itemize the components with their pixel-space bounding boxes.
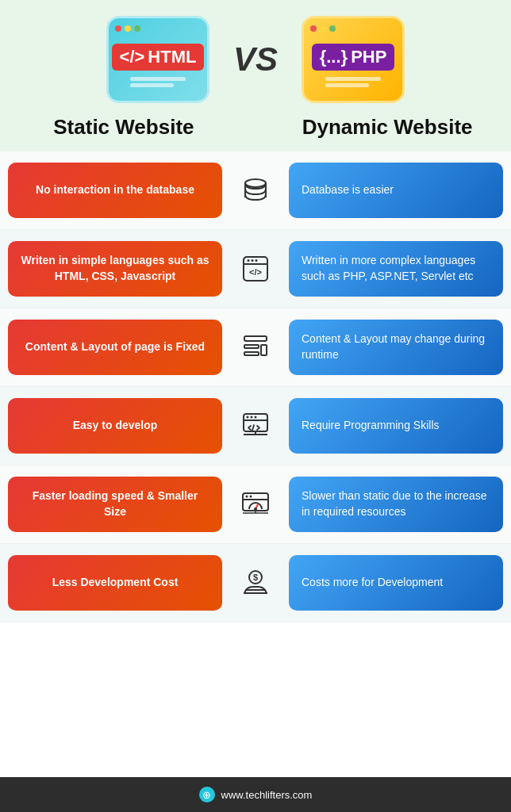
left-card-1: No interaction in the database bbox=[8, 163, 222, 218]
svg-text:</>: </> bbox=[249, 267, 262, 277]
svg-point-27 bbox=[254, 508, 257, 511]
right-card-5: Slower than static due to the increase i… bbox=[289, 477, 503, 532]
speed-icon bbox=[232, 489, 279, 519]
header: </> HTML VS {...} PHP bbox=[0, 0, 511, 111]
right-card-3: Content & Layout may change during runti… bbox=[289, 320, 503, 375]
cost-icon: $ bbox=[232, 568, 279, 598]
left-card-5: Faster loading speed & Smaller Size bbox=[8, 477, 222, 532]
globe-icon: ⊕ bbox=[199, 787, 215, 802]
svg-text:$: $ bbox=[253, 573, 258, 582]
left-card-6: Less Development Cost bbox=[8, 555, 222, 611]
left-card-2: Writen in simple languages such as HTML,… bbox=[8, 241, 222, 297]
footer-url: www.techlifters.com bbox=[221, 789, 313, 801]
database-icon bbox=[232, 175, 279, 205]
svg-point-5 bbox=[248, 259, 250, 262]
svg-point-16 bbox=[251, 416, 253, 419]
dynamic-title: Dynamic Website bbox=[279, 115, 495, 140]
dev-icon bbox=[232, 411, 279, 441]
html-icon: </> HTML bbox=[106, 16, 209, 103]
layout-icon bbox=[232, 332, 279, 362]
right-card-2: Written in more complex languages such a… bbox=[289, 241, 503, 297]
php-label: PHP bbox=[351, 47, 386, 67]
table-row: Writen in simple languages such as HTML,… bbox=[0, 230, 511, 308]
table-row: Faster loading speed & Smaller Size Slow… bbox=[0, 465, 511, 544]
comparison-area: No interaction in the database Database … bbox=[0, 151, 511, 777]
left-card-3: Content & Layout of page is Fixed bbox=[8, 320, 222, 375]
code-icon: </> bbox=[232, 254, 279, 284]
svg-rect-9 bbox=[244, 336, 267, 341]
php-icon: {...} PHP bbox=[302, 16, 405, 103]
right-card-1: Database is easier bbox=[289, 163, 503, 218]
svg-point-7 bbox=[256, 259, 258, 262]
html-label: HTML bbox=[148, 47, 196, 67]
svg-point-25 bbox=[250, 496, 252, 498]
html-badge: </> HTML bbox=[112, 44, 205, 71]
svg-rect-11 bbox=[244, 352, 259, 355]
footer: ⊕ www.techlifters.com bbox=[0, 777, 511, 812]
table-row: No interaction in the database Database … bbox=[0, 151, 511, 230]
svg-point-6 bbox=[252, 259, 254, 262]
right-card-4: Require Programming Skills bbox=[289, 398, 503, 454]
svg-point-0 bbox=[245, 179, 266, 187]
titles-row: Static Website Dynamic Website bbox=[0, 111, 511, 151]
table-row: Less Development Cost $ Costs more for D… bbox=[0, 544, 511, 622]
php-badge: {...} PHP bbox=[312, 44, 395, 71]
svg-rect-10 bbox=[244, 345, 259, 348]
svg-point-15 bbox=[247, 416, 249, 419]
svg-line-18 bbox=[252, 425, 254, 431]
right-card-6: Costs more for Development bbox=[289, 555, 503, 611]
svg-rect-12 bbox=[261, 345, 267, 355]
table-row: Content & Layout of page is Fixed Conten… bbox=[0, 308, 511, 387]
svg-point-24 bbox=[246, 496, 248, 498]
static-title: Static Website bbox=[16, 115, 232, 140]
table-row: Easy to develop Require Programming Skil… bbox=[0, 387, 511, 465]
left-card-4: Easy to develop bbox=[8, 398, 222, 454]
svg-point-17 bbox=[255, 416, 257, 419]
vs-label: VS bbox=[233, 40, 278, 79]
